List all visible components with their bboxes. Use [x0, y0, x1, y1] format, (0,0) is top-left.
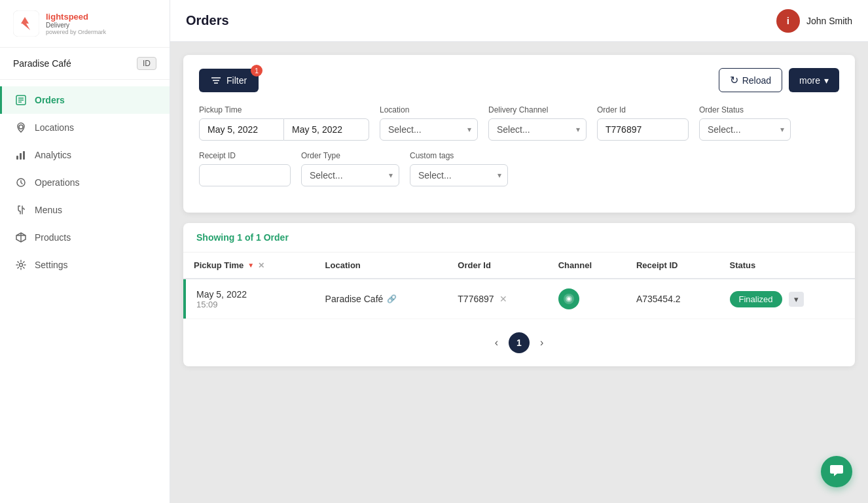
sidebar-item-menus[interactable]: Menus [0, 196, 170, 224]
cell-status: Finalized ▾ [719, 279, 855, 319]
reload-button[interactable]: ↻ Reload [719, 68, 782, 92]
pickup-from-input[interactable] [199, 118, 284, 141]
filter-group-pickup-time: Pickup Time [199, 105, 369, 141]
pickup-datetime: May 5, 2022 15:09 [196, 289, 304, 309]
custom-tags-select-wrapper: Select... ▾ [410, 164, 508, 186]
col-pickup-time: Pickup Time ▼ ✕ [183, 252, 315, 279]
cell-location: Paradise Café 🔗 [315, 279, 448, 319]
more-button[interactable]: more ▾ [789, 68, 839, 92]
sidebar: lightspeed Delivery powered by Ordermark… [0, 0, 170, 503]
receipt-id-input[interactable] [199, 164, 291, 186]
sidebar-logo: lightspeed Delivery powered by Ordermark [0, 0, 170, 48]
operations-icon [15, 177, 27, 188]
col-order-id: Order Id [447, 252, 547, 279]
orders-label: Orders [35, 95, 65, 105]
order-status-select-wrapper: Select... ▾ [699, 118, 791, 141]
sidebar-nav: Orders Locations Analytics Operations Me… [0, 80, 170, 503]
logo-text: lightspeed [46, 12, 106, 22]
chat-icon [829, 463, 844, 481]
external-link-icon[interactable]: 🔗 [387, 294, 397, 304]
receipt-id-label: Receipt ID [199, 151, 291, 160]
filter-group-receipt-id: Receipt ID [199, 151, 291, 186]
location-select[interactable]: Select... [380, 118, 478, 141]
analytics-label: Analytics [35, 150, 71, 160]
delivery-channel-select[interactable]: Select... [488, 118, 587, 141]
content-area: Filter 1 ↻ Reload more ▾ Picku [170, 42, 868, 503]
status-dropdown-button[interactable]: ▾ [789, 292, 804, 307]
status-badge: Finalized [730, 291, 782, 307]
order-type-label: Order Type [301, 151, 399, 160]
user-name: John Smith [806, 16, 852, 26]
products-label: Products [35, 232, 71, 243]
order-id-label: Order Id [597, 105, 689, 114]
filter-group-custom-tags: Custom tags Select... ▾ [410, 151, 508, 186]
col-channel: Channel [548, 252, 626, 279]
org-name: Paradise Café [13, 58, 71, 69]
sidebar-item-operations[interactable]: Operations [0, 169, 170, 196]
sidebar-item-products[interactable]: Products [0, 224, 170, 251]
filter-panel: Filter 1 ↻ Reload more ▾ Picku [183, 55, 855, 213]
menus-icon [15, 204, 27, 216]
filter-icon [211, 76, 221, 85]
user-info: i John Smith [776, 9, 852, 33]
location-name: Paradise Café [325, 294, 384, 304]
filter-button[interactable]: Filter 1 [199, 69, 259, 92]
main-content: Orders i John Smith Filter 1 ↻ Reload [170, 0, 868, 503]
cell-order-id: T776897 ✕ [447, 279, 547, 319]
delivery-channel-label: Delivery Channel [488, 105, 587, 114]
location-label: Location [380, 105, 478, 114]
cell-channel [548, 279, 626, 319]
orders-table: Pickup Time ▼ ✕ Location Order Id Channe… [183, 252, 855, 319]
filter-group-order-status: Order Status Select... ▾ [699, 105, 791, 141]
custom-tags-select[interactable]: Select... [410, 164, 508, 186]
filter-group-delivery-channel: Delivery Channel Select... ▾ [488, 105, 587, 141]
svg-rect-6 [16, 156, 18, 160]
sidebar-item-settings[interactable]: Settings [0, 251, 170, 279]
order-type-select[interactable]: Select... [301, 164, 399, 186]
chevron-down-icon: ▾ [824, 75, 829, 86]
pickup-to-input[interactable] [284, 118, 369, 141]
order-type-select-wrapper: Select... ▾ [301, 164, 399, 186]
svg-rect-7 [20, 153, 22, 160]
svg-point-20 [567, 298, 570, 301]
logo-delivery: Delivery [46, 22, 106, 29]
pickup-time-label: Pickup Time [199, 105, 369, 114]
order-id-input[interactable] [597, 118, 689, 141]
custom-tags-label: Custom tags [410, 151, 508, 160]
channel-icon [558, 288, 579, 309]
filter-top-row: Filter 1 ↻ Reload more ▾ [199, 68, 839, 92]
chat-button[interactable] [821, 456, 852, 487]
col-location: Location [315, 252, 448, 279]
sidebar-item-locations[interactable]: Locations [0, 114, 170, 141]
filter-row-2: Receipt ID Order Type Select... ▾ Custom… [199, 151, 839, 186]
products-icon [15, 232, 27, 243]
remove-filter-icon[interactable]: ✕ [258, 261, 264, 270]
next-page-button[interactable]: › [536, 333, 547, 353]
operations-label: Operations [35, 177, 79, 188]
header: Orders i John Smith [170, 0, 868, 42]
reload-icon: ↻ [730, 74, 738, 86]
prev-page-button[interactable]: ‹ [491, 333, 502, 353]
pagination: ‹ 1 › [183, 319, 855, 366]
clear-order-icon[interactable]: ✕ [499, 294, 507, 304]
row-status-indicator [183, 279, 186, 319]
receipt-id-value: A735454.2 [636, 294, 681, 304]
order-status-select[interactable]: Select... [699, 118, 791, 141]
filter-group-order-type: Order Type Select... ▾ [301, 151, 399, 186]
analytics-icon [15, 149, 27, 161]
svg-rect-8 [23, 151, 25, 160]
order-status-label: Order Status [699, 105, 791, 114]
sidebar-item-orders[interactable]: Orders [0, 86, 170, 114]
orders-icon [15, 94, 27, 106]
filter-group-location: Location Select... ▾ [380, 105, 478, 141]
org-id-badge[interactable]: ID [137, 57, 156, 70]
sort-icon[interactable]: ▼ [247, 262, 254, 269]
delivery-channel-select-wrapper: Select... ▾ [488, 118, 587, 141]
sidebar-item-analytics[interactable]: Analytics [0, 141, 170, 169]
settings-icon [15, 259, 27, 271]
current-page[interactable]: 1 [509, 332, 530, 353]
filter-badge: 1 [251, 65, 262, 77]
table-row: May 5, 2022 15:09 Paradise Café 🔗 [183, 279, 855, 319]
locations-label: Locations [35, 122, 74, 133]
svg-point-14 [20, 264, 23, 267]
